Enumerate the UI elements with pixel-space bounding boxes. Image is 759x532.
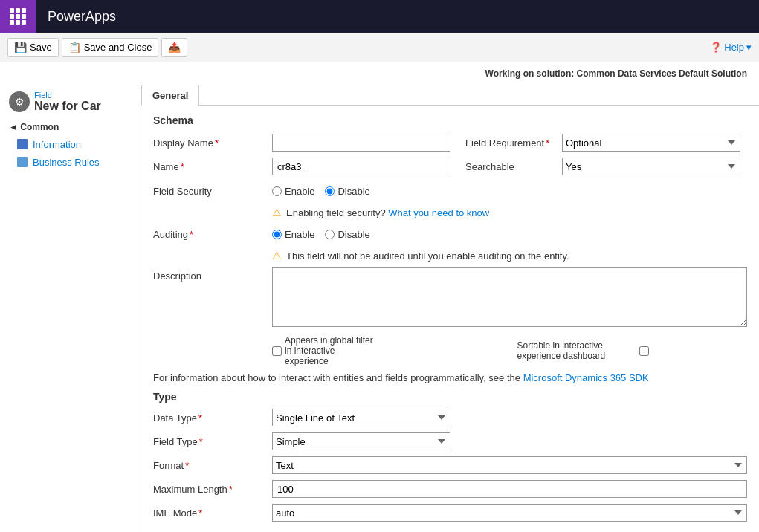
sidebar-item-business-rules[interactable]: Business Rules — [0, 153, 141, 171]
format-row: Format* Text Email URL Ticker Symbol Pho… — [153, 456, 747, 474]
field-security-warning-link[interactable]: What you need to know — [388, 207, 489, 218]
save-button-label: Save — [30, 42, 52, 53]
field-security-warning-row: ⚠ Enabling field security? What you need… — [272, 207, 747, 218]
extra-icon: 📤 — [168, 42, 181, 53]
sidebar-section-common[interactable]: ◄ Common — [0, 116, 141, 135]
field-security-enable-label[interactable]: Enable — [272, 186, 314, 197]
help-label: Help — [724, 42, 744, 53]
field-security-enable-radio[interactable] — [272, 186, 282, 196]
display-name-required: * — [215, 137, 219, 149]
tab-general[interactable]: General — [141, 85, 199, 106]
form-content: Schema Display Name* Field Requirement* — [141, 106, 759, 532]
solution-text: Working on solution: Common Data Service… — [485, 68, 747, 79]
save-button[interactable]: 💾 Save — [7, 38, 59, 57]
content-area: General Schema Display Name* — [141, 82, 759, 532]
dynamics-sdk-link[interactable]: Microsoft Dynamics 365 SDK — [523, 372, 649, 383]
max-length-input[interactable] — [272, 480, 747, 498]
toolbar-left: 💾 Save 📋 Save and Close 📤 — [7, 38, 187, 57]
info-link-row: For information about how to interact wi… — [153, 372, 747, 383]
checkbox-row: Appears in global filter in interactive … — [153, 335, 747, 366]
ime-mode-field: auto active inactive disabled — [272, 504, 747, 522]
sidebar-header: ⚙ Field New for Car — [0, 88, 141, 116]
format-label: Format* — [153, 460, 272, 471]
name-input[interactable] — [272, 158, 450, 175]
auditing-enable-label[interactable]: Enable — [272, 229, 314, 240]
format-select[interactable]: Text Email URL Ticker Symbol Phone — [272, 456, 747, 474]
field-security-field: Enable Disable — [272, 186, 747, 197]
auditing-enable-text: Enable — [285, 229, 314, 240]
toolbar-right: ❓ Help ▾ — [710, 42, 752, 53]
sidebar-information-label: Information — [33, 139, 81, 150]
searchable-select[interactable]: Yes No — [562, 158, 740, 175]
ime-mode-select[interactable]: auto active inactive disabled — [272, 504, 747, 522]
display-name-input[interactable] — [272, 134, 450, 152]
main-area: ⚙ Field New for Car ◄ Common Information… — [0, 82, 759, 532]
business-rules-icon — [16, 156, 28, 168]
auditing-disable-radio[interactable] — [325, 230, 335, 239]
format-field: Text Email URL Ticker Symbol Phone — [272, 456, 747, 474]
auditing-warning-row: ⚠ This field will not be audited until y… — [272, 250, 747, 262]
extra-button[interactable]: 📤 — [161, 38, 187, 57]
field-security-disable-text: Disable — [337, 186, 369, 197]
entity-gear-icon: ⚙ — [9, 91, 30, 112]
global-filter-col: Appears in global filter in interactive … — [272, 335, 503, 366]
data-type-field: Single Line of Text Multiple Lines of Te… — [272, 409, 747, 426]
field-security-enable-text: Enable — [285, 186, 314, 197]
save-close-icon: 📋 — [68, 42, 81, 53]
description-textarea[interactable] — [272, 267, 747, 327]
field-security-disable-radio[interactable] — [325, 186, 335, 196]
field-security-label: Field Security — [153, 186, 272, 197]
sidebar-item-information[interactable]: Information — [0, 135, 141, 153]
field-security-radio-group: Enable Disable — [272, 186, 747, 197]
auditing-disable-label[interactable]: Disable — [325, 229, 369, 240]
info-text: For information about how to interact wi… — [153, 372, 520, 383]
information-icon — [16, 138, 28, 150]
global-filter-checkbox[interactable] — [272, 346, 282, 356]
auditing-row: Auditing* Enable Disable — [153, 224, 747, 244]
schema-title: Schema — [153, 114, 747, 126]
display-name-label: Display Name* — [153, 137, 272, 149]
type-section-title: Type — [153, 391, 747, 403]
tab-general-label: General — [152, 90, 188, 101]
max-length-label: Maximum Length* — [153, 484, 272, 495]
field-requirement-col: Field Requirement* Optional Business Rec… — [450, 134, 747, 152]
sidebar-entity-name: New for Car — [34, 100, 101, 113]
sidebar-title-group: Field New for Car — [34, 91, 101, 113]
data-type-select[interactable]: Single Line of Text Multiple Lines of Te… — [272, 409, 450, 426]
page-layout: Working on solution: Common Data Service… — [0, 62, 759, 532]
help-button[interactable]: ❓ Help ▾ — [710, 42, 752, 53]
tab-bar: General — [141, 82, 759, 106]
name-row: Name* Searchable Yes No — [153, 158, 747, 175]
sortable-label: Sortable in interactive experience dashb… — [517, 340, 636, 361]
data-type-label: Data Type* — [153, 412, 272, 424]
solution-bar: Working on solution: Common Data Service… — [0, 62, 759, 82]
ime-mode-row: IME Mode* auto active inactive disabled — [153, 504, 747, 522]
searchable-label: Searchable — [465, 161, 562, 172]
help-icon: ❓ — [710, 42, 722, 53]
save-icon: 💾 — [14, 42, 27, 53]
data-type-row: Data Type* Single Line of Text Multiple … — [153, 409, 747, 426]
field-type-select[interactable]: Simple Calculated Rollup — [272, 432, 450, 450]
sidebar-entity-label: Field — [34, 91, 101, 100]
topbar: PowerApps — [0, 0, 759, 33]
field-requirement-select[interactable]: Optional Business Recommended Business R… — [562, 134, 740, 152]
max-length-field — [272, 480, 747, 498]
field-type-label: Field Type* — [153, 436, 272, 447]
description-label: Description — [153, 267, 272, 329]
auditing-radio-group: Enable Disable — [272, 229, 747, 240]
field-type-row: Field Type* Simple Calculated Rollup — [153, 432, 747, 450]
description-field — [272, 267, 747, 329]
waffle-menu[interactable] — [0, 0, 36, 33]
auditing-enable-radio[interactable] — [272, 230, 282, 239]
sidebar: ⚙ Field New for Car ◄ Common Information… — [0, 82, 141, 532]
save-close-label: Save and Close — [84, 42, 152, 53]
save-close-button[interactable]: 📋 Save and Close — [62, 38, 159, 57]
global-filter-label: Appears in global filter in interactive … — [285, 335, 374, 366]
display-name-row: Display Name* Field Requirement* Optiona… — [153, 134, 747, 152]
sortable-checkbox[interactable] — [639, 346, 649, 356]
ime-mode-label: IME Mode* — [153, 507, 272, 519]
name-col: Name* — [153, 158, 450, 175]
toolbar: 💾 Save 📋 Save and Close 📤 ❓ Help ▾ — [0, 33, 759, 62]
sortable-col: Sortable in interactive experience dashb… — [503, 340, 748, 361]
field-security-disable-label[interactable]: Disable — [325, 186, 369, 197]
